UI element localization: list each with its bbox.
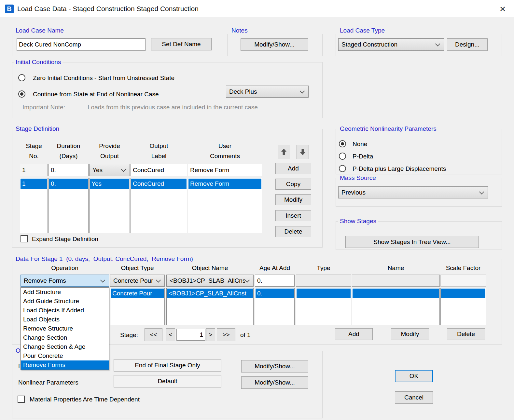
stage-number-input[interactable] <box>176 329 205 341</box>
operation-option-add-guide-structure[interactable]: Add Guide Structure <box>21 297 109 306</box>
load-case-type-select[interactable]: Staged Construction <box>338 38 444 51</box>
operation-option-add-structure[interactable]: Add Structure <box>21 288 109 297</box>
geom-pdelta-large-radio[interactable] <box>339 165 346 172</box>
expand-stage-definition-checkbox[interactable] <box>21 235 28 242</box>
stage-next-button[interactable]: > <box>206 328 215 341</box>
stage-list-col-provide[interactable]: Yes <box>89 178 130 233</box>
col-header-operation: Operation <box>21 264 109 272</box>
col-header-scale-factor: Scale Factor <box>440 264 486 272</box>
data-delete-button[interactable]: Delete <box>447 328 485 340</box>
stage-copy-button[interactable]: Copy <box>275 179 311 190</box>
data-list-col-object-type[interactable]: Concrete Pour <box>110 288 165 325</box>
continue-from-state-radio[interactable] <box>18 90 25 98</box>
move-down-button[interactable] <box>297 145 309 159</box>
data-row-scale-factor[interactable] <box>441 289 485 298</box>
data-list-col-age-at-add[interactable]: 0. <box>255 288 295 325</box>
stage-row-output-label[interactable]: ConcCured <box>131 179 187 189</box>
col-header-object-name: Object Name <box>166 264 254 272</box>
operation-option-remove-structure[interactable]: Remove Structure <box>21 324 109 333</box>
scale-factor-cell <box>440 275 486 287</box>
nonlinear-parameters-value: Default <box>114 375 221 387</box>
object-type-select[interactable]: Concrete Pour <box>110 275 165 287</box>
stage-list-col-user[interactable]: Remove Form <box>188 178 262 233</box>
chevron-down-icon <box>156 278 161 283</box>
user-comments-input[interactable] <box>188 164 262 176</box>
mass-source-value: Previous <box>341 189 488 196</box>
stage-list-col-duration[interactable]: 0. <box>49 178 89 233</box>
operation-value: Remove Forms <box>24 277 109 284</box>
close-icon[interactable]: × <box>494 2 511 16</box>
data-list-col-scale-factor[interactable] <box>440 288 486 325</box>
col-header-stage: Stage <box>20 142 48 150</box>
data-modify-button[interactable]: Modify <box>391 328 429 340</box>
output-label-input[interactable] <box>131 164 187 176</box>
cancel-button[interactable]: Cancel <box>395 391 433 404</box>
notes-modify-show-button[interactable]: Modify/Show... <box>241 38 308 51</box>
data-row-object-type[interactable]: Concrete Pour <box>111 289 164 298</box>
operation-select[interactable]: Remove Forms <box>21 275 109 287</box>
stage-prev-button[interactable]: < <box>166 328 175 341</box>
stage-modify-button[interactable]: Modify <box>275 194 311 205</box>
col-header-provide-2: Output <box>89 153 130 160</box>
stage-pager-label: Stage: <box>120 332 138 339</box>
geom-pdelta-radio[interactable] <box>339 153 346 160</box>
age-at-add-input[interactable] <box>255 275 295 287</box>
operation-option-load-objects-if-added[interactable]: Load Objects If Added <box>21 306 109 315</box>
type-cell <box>296 275 351 287</box>
move-up-button[interactable] <box>278 145 290 159</box>
operation-option-change-section[interactable]: Change Section <box>21 333 109 342</box>
stage-delete-button[interactable]: Delete <box>275 226 311 237</box>
stage-row-stage-no[interactable]: 1 <box>21 179 47 189</box>
data-row-age-at-add[interactable]: 0. <box>256 289 294 298</box>
col-header-object-type: Object Type <box>110 264 165 272</box>
design-button[interactable]: Design... <box>447 38 488 51</box>
operation-option-load-objects[interactable]: Load Objects <box>21 315 109 324</box>
geom-none-radio[interactable] <box>339 140 346 147</box>
nonlinear-case-select[interactable]: Deck Plus <box>226 86 309 98</box>
app-icon: B <box>5 5 14 13</box>
operation-option-remove-forms[interactable]: Remove Forms <box>21 360 109 370</box>
stage-data-group-label: Data For Stage 1 (0. days; Output: ConcC… <box>14 255 195 263</box>
stage-list-col-output[interactable]: ConcCured <box>131 178 187 233</box>
material-time-dependent-checkbox[interactable] <box>18 396 25 403</box>
data-add-button[interactable]: Add <box>335 328 373 340</box>
load-case-name-input[interactable] <box>17 38 146 51</box>
duration-input[interactable] <box>49 164 89 176</box>
data-list-col-name[interactable] <box>352 288 440 325</box>
stage-last-button[interactable]: >> <box>217 328 235 341</box>
geom-pdelta-large-label: P-Delta plus Large Displacements <box>353 165 446 172</box>
set-def-name-button[interactable]: Set Def Name <box>151 38 212 50</box>
results-saved-modify-show-button[interactable]: Modify/Show... <box>241 360 308 373</box>
stage-row-user-comments[interactable]: Remove Form <box>188 179 261 189</box>
zero-initial-conditions-radio[interactable] <box>18 74 25 81</box>
mass-source-group-label: Mass Source <box>338 174 378 182</box>
stage-row-duration[interactable]: 0. <box>49 179 88 189</box>
mass-source-select[interactable]: Previous <box>338 186 488 198</box>
col-header-age-at-add: Age At Add <box>255 264 295 272</box>
data-row-object-name[interactable]: <BOBJ1>CP_SLAB_AllCnst <box>167 289 253 298</box>
arrow-up-icon <box>281 148 287 156</box>
show-stages-tree-view-button[interactable]: Show Stages In Tree View... <box>345 236 479 248</box>
nonlinear-modify-show-button[interactable]: Modify/Show... <box>241 376 308 389</box>
data-row-type[interactable] <box>297 289 351 298</box>
results-saved-value: End of Final Stage Only <box>114 359 221 372</box>
data-list-col-object-name[interactable]: <BOBJ1>CP_SLAB_AllCnst <box>166 288 254 325</box>
stage-insert-button[interactable]: Insert <box>275 210 311 221</box>
col-header-stage-2: No. <box>20 153 48 160</box>
stage-add-button[interactable]: Add <box>275 163 311 174</box>
load-case-data-dialog: B Load Case Data - Staged Construction S… <box>0 0 514 420</box>
col-header-user-2: Comments <box>188 153 262 160</box>
continue-from-state-label: Continue from State at End of Nonlinear … <box>33 91 159 98</box>
ok-button[interactable]: OK <box>395 370 433 382</box>
operation-option-change-section-age[interactable]: Change Section & Age <box>21 342 109 351</box>
stage-first-button[interactable]: << <box>145 328 162 341</box>
data-list-col-type[interactable] <box>296 288 351 325</box>
provide-output-select[interactable]: Yes <box>89 164 130 176</box>
object-name-select[interactable]: <BOBJ1>CP_SLAB_AllCnst <box>166 275 254 287</box>
data-row-name[interactable] <box>353 289 439 298</box>
load-case-type-group-label: Load Case Type <box>338 27 386 34</box>
stage-row-provide-output[interactable]: Yes <box>90 179 129 189</box>
show-stages-group-label: Show Stages <box>338 218 378 225</box>
stage-list-col-stage[interactable]: 1 <box>20 178 48 233</box>
operation-option-pour-concrete[interactable]: Pour Concrete <box>21 351 109 360</box>
